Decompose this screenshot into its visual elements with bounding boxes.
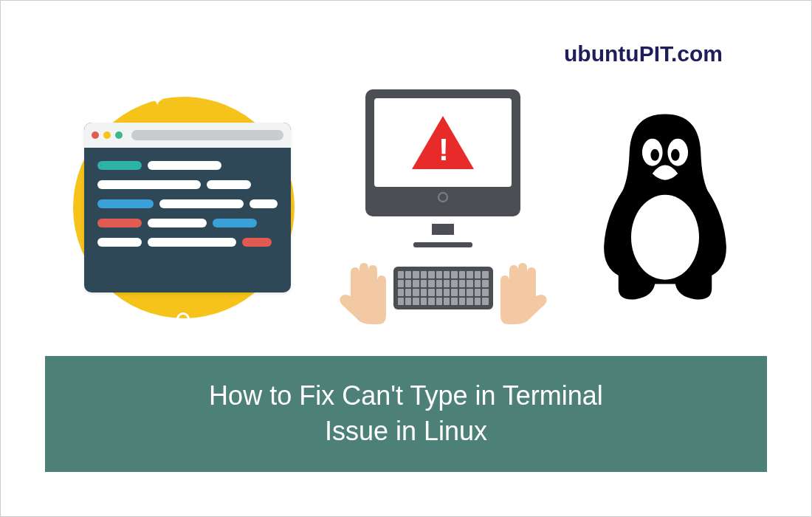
left-hand-icon xyxy=(334,259,393,326)
tux-penguin-icon xyxy=(580,104,750,311)
title-line-1: How to Fix Can't Type in Terminal xyxy=(75,378,737,414)
screen xyxy=(374,98,512,187)
window-close-dot xyxy=(92,131,99,139)
window-titlebar xyxy=(84,123,291,148)
keyboard-hands-row xyxy=(334,259,552,326)
terminal-window-icon xyxy=(84,123,291,292)
monitor-button-row xyxy=(374,187,512,208)
terminal-body xyxy=(84,148,291,270)
svg-point-4 xyxy=(671,149,680,161)
ring-dot-icon xyxy=(176,312,190,326)
window-max-dot xyxy=(115,131,123,139)
keyboard-icon xyxy=(393,267,493,309)
computer-error-illustration xyxy=(340,89,546,326)
svg-point-0 xyxy=(631,195,699,280)
brand-text: ubuntuPIT.com xyxy=(564,41,723,66)
address-bar-icon xyxy=(131,130,283,140)
warning-triangle-icon xyxy=(412,116,474,169)
terminal-illustration: ✦ xyxy=(62,82,306,333)
sparkle-icon: ✦ xyxy=(151,91,164,110)
monitor-icon xyxy=(365,89,520,216)
svg-point-3 xyxy=(650,149,659,161)
illustration-row: ✦ xyxy=(1,67,811,348)
monitor-stand xyxy=(432,224,454,235)
right-hand-icon xyxy=(493,259,552,326)
title-line-2: Issue in Linux xyxy=(75,414,737,450)
title-banner: How to Fix Can't Type in Terminal Issue … xyxy=(45,356,767,472)
monitor-stand-base xyxy=(413,242,472,247)
window-min-dot xyxy=(103,131,111,139)
power-button-icon xyxy=(438,192,448,202)
